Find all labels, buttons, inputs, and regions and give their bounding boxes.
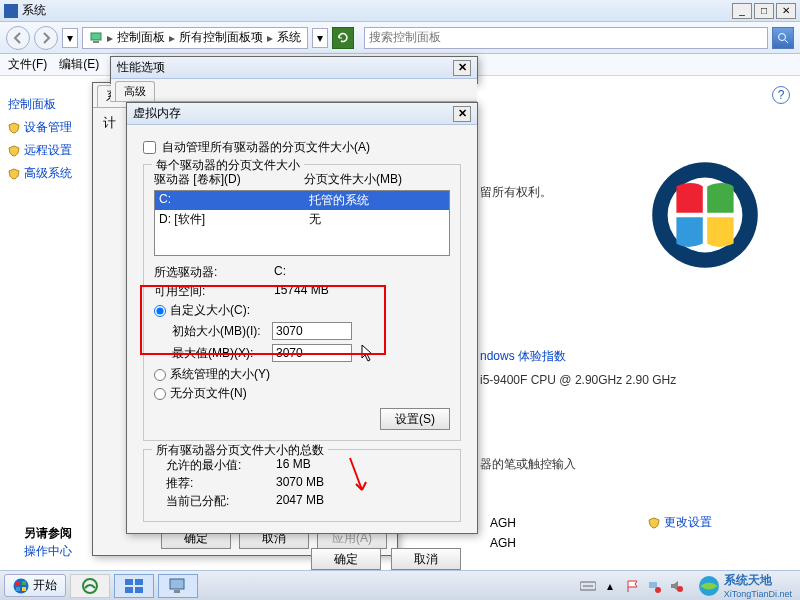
svg-rect-0: [91, 33, 101, 40]
start-button[interactable]: 开始: [4, 574, 66, 597]
search-input[interactable]: 搜索控制面板: [364, 27, 768, 49]
ok-button[interactable]: 确定: [311, 548, 381, 570]
svg-line-3: [785, 40, 788, 43]
custom-size-radio[interactable]: [154, 305, 166, 317]
no-pagefile-radio[interactable]: [154, 388, 166, 400]
app-icon: [4, 4, 18, 18]
close-icon[interactable]: ✕: [453, 60, 471, 76]
custom-size-label: 自定义大小(C):: [170, 302, 250, 319]
menu-file[interactable]: 文件(F): [8, 56, 47, 73]
initial-size-input[interactable]: [272, 322, 352, 340]
svg-rect-8: [16, 581, 20, 585]
cpu-value: i5-9400F CPU @ 2.90GHz 2.90 GHz: [480, 368, 790, 392]
minimize-button[interactable]: _: [732, 3, 752, 19]
svg-rect-18: [174, 590, 180, 593]
forward-button[interactable]: [34, 26, 58, 50]
sidebar-item-control-panel[interactable]: 控制面板: [8, 96, 98, 113]
tiles-icon: [124, 578, 144, 594]
auto-manage-checkbox[interactable]: [143, 141, 156, 154]
svg-rect-15: [125, 587, 133, 593]
experience-index-link[interactable]: ndows 体验指数: [480, 344, 790, 368]
drive-list[interactable]: C: 托管的系统 D: [软件] 无: [154, 190, 450, 256]
perf-dialog-title: 性能选项: [117, 59, 165, 76]
recommended-label: 推荐:: [166, 475, 276, 492]
search-button[interactable]: [772, 27, 794, 49]
crumb-system[interactable]: 系统: [277, 29, 301, 46]
close-icon[interactable]: ✕: [453, 106, 471, 122]
drive-name: D: [软件]: [159, 211, 309, 228]
allocated-value: 2047 MB: [276, 493, 324, 510]
back-button[interactable]: [6, 26, 30, 50]
svg-point-23: [677, 586, 683, 592]
address-dropdown[interactable]: ▾: [312, 28, 328, 48]
computer-icon: [89, 31, 103, 45]
history-dropdown[interactable]: ▾: [62, 28, 78, 48]
vm-dialog-title: 虚拟内存: [133, 105, 181, 122]
sidebar-item-label: 高级系统: [24, 165, 72, 182]
system-managed-label: 系统管理的大小(Y): [170, 366, 270, 383]
main-window-titlebar: 系统 _ □ ✕: [0, 0, 800, 22]
action-center-link[interactable]: 操作中心: [24, 543, 72, 560]
close-button[interactable]: ✕: [776, 3, 796, 19]
task-browser[interactable]: [70, 574, 110, 598]
vm-dialog-titlebar[interactable]: 虚拟内存 ✕: [127, 103, 477, 125]
selected-drive-label: 所选驱动器:: [154, 264, 274, 281]
nav-toolbar: ▾ ▸ 控制面板 ▸ 所有控制面板项 ▸ 系统 ▾ 搜索控制面板: [0, 22, 800, 54]
start-label: 开始: [33, 577, 57, 594]
tab-advanced[interactable]: 高级: [115, 81, 155, 101]
search-placeholder: 搜索控制面板: [369, 29, 441, 46]
svg-rect-10: [16, 587, 20, 591]
see-also-heading: 另请参阅: [24, 525, 72, 542]
computer-name-2: AGH: [490, 536, 516, 550]
sidebar-item-device-manager[interactable]: 设备管理: [8, 119, 98, 136]
group-title: 所有驱动器分页文件大小的总数: [152, 442, 328, 459]
maximize-button[interactable]: □: [754, 3, 774, 19]
tray-chevron-up-icon[interactable]: ▴: [602, 578, 618, 594]
sidebar-links: 控制面板 设备管理 远程设置 高级系统: [8, 90, 98, 188]
tray-keyboard-icon[interactable]: [580, 578, 596, 594]
crumb-control-panel[interactable]: 控制面板: [117, 29, 165, 46]
drive-name: C:: [159, 192, 309, 209]
shield-icon: [8, 122, 20, 134]
search-icon: [777, 32, 789, 44]
totals-group: 所有驱动器分页文件大小的总数 允许的最小值: 16 MB 推荐: 3070 MB…: [143, 449, 461, 522]
refresh-button[interactable]: [332, 27, 354, 49]
computer-name-1: AGH: [490, 516, 516, 530]
svg-rect-13: [125, 579, 133, 585]
tray-flag-icon[interactable]: [624, 578, 640, 594]
brand-text-2: XiTongTianDi.net: [724, 589, 792, 599]
pen-touch-value: 器的笔或触控输入: [480, 452, 790, 476]
svg-point-2: [779, 33, 786, 40]
sidebar-item-remote[interactable]: 远程设置: [8, 142, 98, 159]
svg-rect-17: [170, 579, 184, 589]
crumb-all-items[interactable]: 所有控制面板项: [179, 29, 263, 46]
max-size-input[interactable]: [272, 344, 352, 362]
help-icon[interactable]: ?: [772, 86, 790, 104]
available-space-value: 15744 MB: [274, 283, 329, 300]
group-title: 每个驱动器的分页文件大小: [152, 157, 304, 174]
menu-edit[interactable]: 编辑(E): [59, 56, 99, 73]
sidebar-item-advanced[interactable]: 高级系统: [8, 165, 98, 182]
system-managed-radio[interactable]: [154, 369, 166, 381]
available-space-label: 可用空间:: [154, 283, 274, 300]
drive-row-d[interactable]: D: [软件] 无: [155, 210, 449, 229]
cancel-button[interactable]: 取消: [391, 548, 461, 570]
change-settings-link[interactable]: 更改设置: [648, 514, 712, 531]
performance-options-dialog: 性能选项 ✕ 高级: [110, 56, 478, 84]
globe-icon: [698, 575, 720, 597]
window-title: 系统: [22, 2, 46, 19]
min-allowed-label: 允许的最小值:: [166, 457, 276, 474]
drive-row-c[interactable]: C: 托管的系统: [155, 191, 449, 210]
svg-rect-9: [22, 581, 26, 585]
rights-text: 留所有权利。: [480, 180, 790, 204]
pagefile-header-label: 分页文件大小(MB): [304, 171, 402, 188]
back-arrow-icon: [12, 32, 24, 44]
tray-network-icon[interactable]: [646, 578, 662, 594]
set-button[interactable]: 设置(S): [380, 408, 450, 430]
shield-icon: [8, 168, 20, 180]
perf-dialog-titlebar[interactable]: 性能选项 ✕: [111, 57, 477, 79]
shield-icon: [648, 517, 660, 529]
breadcrumb[interactable]: ▸ 控制面板 ▸ 所有控制面板项 ▸ 系统: [82, 27, 308, 49]
allocated-label: 当前已分配:: [166, 493, 276, 510]
tray-volume-icon[interactable]: [668, 578, 684, 594]
